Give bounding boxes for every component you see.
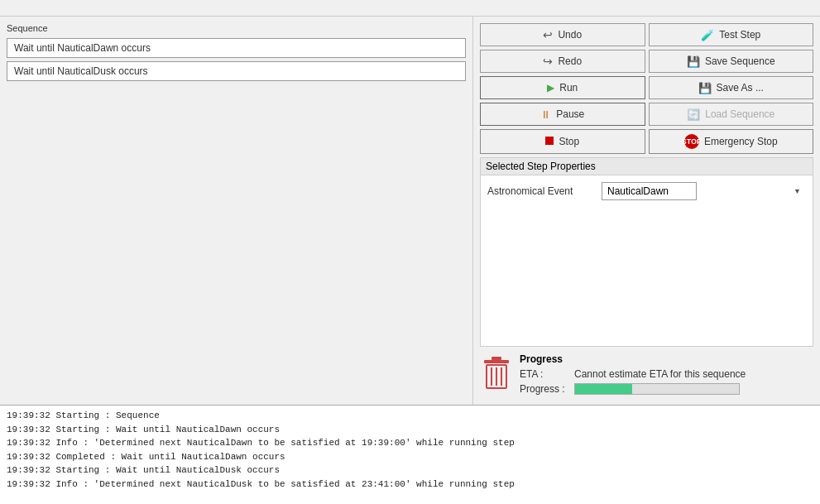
log-line: 19:39:32 Completed : Wait until Nautical…: [7, 450, 813, 464]
sequence-item-1[interactable]: Wait until NauticalDawn occurs: [7, 38, 466, 58]
emergency-stop-button[interactable]: STOP Emergency Stop: [649, 129, 814, 154]
load-icon: 🔄: [687, 108, 700, 121]
undo-button[interactable]: Undo: [480, 23, 645, 46]
astronomical-event-select-wrapper: NauticalDawn NauticalDusk AstronomicalDa…: [602, 182, 806, 200]
eta-row: ETA : Cannot estimate ETA for this seque…: [520, 368, 813, 380]
svg-rect-1: [492, 357, 501, 360]
save-sequence-button[interactable]: 💾 Save Sequence: [649, 50, 814, 73]
log-line: 19:39:32 Starting : Wait until NauticalD…: [7, 463, 813, 478]
save-as-icon: 💾: [698, 82, 712, 94]
property-row-astronomical: Astronomical Event NauticalDawn Nautical…: [487, 182, 806, 200]
redo-label: Redo: [558, 55, 582, 67]
load-sequence-label: Load Sequence: [705, 108, 774, 120]
save-sequence-label: Save Sequence: [705, 55, 775, 67]
progress-label: Progress :: [520, 383, 569, 395]
trash-icon[interactable]: [480, 353, 513, 395]
properties-body: Astronomical Event NauticalDawn Nautical…: [481, 175, 813, 207]
test-icon: 🧪: [701, 29, 714, 41]
eta-label: ETA :: [520, 368, 569, 380]
progress-row: Progress :: [520, 383, 813, 395]
log-line: 19:39:32 Starting : Wait until NauticalD…: [7, 423, 813, 437]
progress-title: Progress: [520, 353, 813, 365]
stop-icon: [545, 136, 554, 147]
save-as-button[interactable]: 💾 Save As ...: [649, 76, 814, 99]
redo-button[interactable]: Redo: [480, 50, 645, 73]
log-area: 19:39:32 Starting : Sequence19:39:32 Sta…: [0, 405, 820, 504]
progress-info: Progress ETA : Cannot estimate ETA for t…: [520, 353, 813, 398]
log-line: 19:39:32 Info : 'Determined next Nautica…: [7, 478, 813, 492]
test-step-label: Test Step: [719, 29, 760, 41]
load-sequence-button[interactable]: 🔄 Load Sequence: [649, 103, 814, 126]
properties-title: Selected Step Properties: [481, 158, 813, 175]
pause-icon: ⏸: [540, 108, 551, 121]
undo-label: Undo: [558, 29, 582, 41]
test-step-button[interactable]: 🧪 Test Step: [649, 23, 814, 46]
top-bar: [0, 0, 820, 17]
run-icon: [547, 82, 554, 94]
save-sequence-icon: 💾: [687, 55, 700, 68]
astronomical-event-select[interactable]: NauticalDawn NauticalDusk AstronomicalDa…: [602, 182, 697, 200]
emergency-stop-icon: STOP: [684, 134, 699, 149]
button-grid: Undo 🧪 Test Step Redo 💾 Save Sequence Ru…: [480, 23, 813, 154]
redo-icon: [543, 55, 553, 68]
sequence-item-2[interactable]: Wait until NauticalDusk occurs: [7, 61, 466, 81]
progress-bar-fill: [575, 384, 632, 394]
log-line: 19:39:32 Starting : Sequence: [7, 409, 813, 423]
left-panel: Sequence Wait until NauticalDawn occurs …: [0, 17, 472, 405]
stop-button[interactable]: Stop: [480, 129, 645, 154]
svg-rect-0: [484, 360, 509, 363]
progress-section: Progress ETA : Cannot estimate ETA for t…: [480, 353, 813, 398]
right-panel: Undo 🧪 Test Step Redo 💾 Save Sequence Ru…: [472, 17, 820, 405]
eta-value: Cannot estimate ETA for this sequence: [574, 368, 813, 380]
emergency-stop-label: Emergency Stop: [704, 136, 778, 147]
progress-bar-container: [574, 383, 740, 395]
pause-button[interactable]: ⏸ Pause: [480, 103, 645, 126]
sequence-label: Sequence: [7, 23, 466, 33]
pause-label: Pause: [556, 108, 584, 120]
main-area: Sequence Wait until NauticalDawn occurs …: [0, 17, 820, 405]
log-line: 19:39:32 Info : 'Determined next Nautica…: [7, 436, 813, 450]
run-label: Run: [559, 82, 578, 94]
properties-section: Selected Step Properties Astronomical Ev…: [480, 157, 813, 347]
run-button[interactable]: Run: [480, 76, 645, 99]
astronomical-event-label: Astronomical Event: [487, 185, 595, 197]
save-as-label: Save As ...: [717, 82, 764, 94]
undo-icon: [543, 28, 553, 41]
stop-label: Stop: [559, 136, 579, 147]
